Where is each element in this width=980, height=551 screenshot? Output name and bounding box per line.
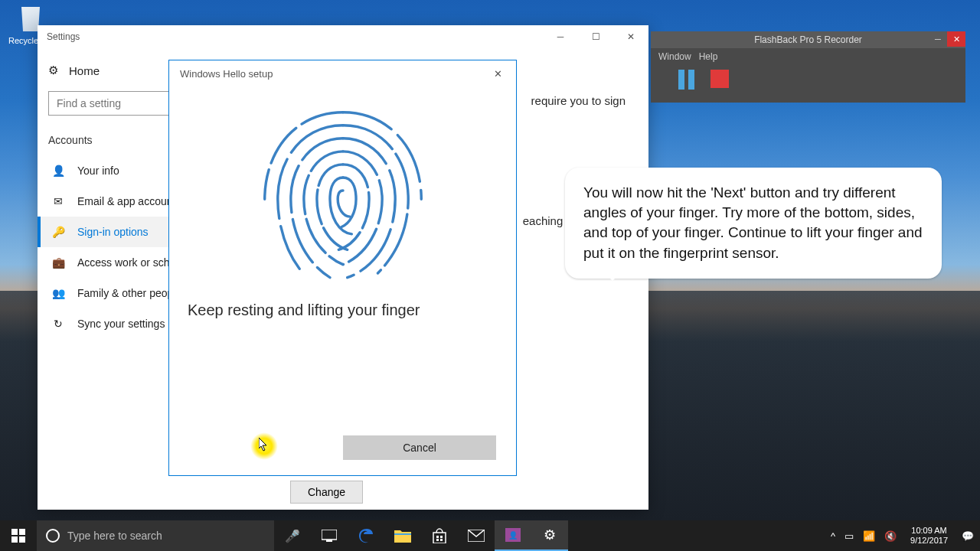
cursor-pointer-icon bbox=[259, 438, 268, 452]
stop-button[interactable] bbox=[710, 70, 729, 88]
window-title: Settings bbox=[47, 31, 80, 42]
fingerprint-icon bbox=[255, 95, 431, 286]
taskbar: Type here to search 🎤 👤 ⚙ ^ ▭ 📶 🔇 10:09 … bbox=[0, 520, 980, 551]
svg-rect-9 bbox=[436, 539, 439, 541]
cortana-icon bbox=[46, 529, 60, 543]
svg-rect-0 bbox=[11, 529, 18, 535]
recorder-close[interactable]: ✕ bbox=[947, 31, 965, 47]
explorer-icon[interactable] bbox=[384, 520, 421, 551]
recorder-minimize[interactable]: ─ bbox=[929, 31, 947, 47]
tutorial-callout: You will now hit the 'Next' button and t… bbox=[565, 168, 942, 279]
user-icon: 👤 bbox=[51, 165, 65, 177]
recorder-window: FlashBack Pro 5 Recorder ─ ✕ Window Help bbox=[651, 31, 965, 103]
nav-label: Sign-in options bbox=[77, 226, 149, 238]
dialog-title: Windows Hello setup bbox=[180, 68, 273, 80]
recorder-taskbar-icon[interactable]: 👤 bbox=[495, 520, 531, 551]
dialog-message: Keep resting and lifting your finger bbox=[169, 302, 516, 319]
mic-icon[interactable]: 🎤 bbox=[274, 520, 311, 551]
edge-icon[interactable] bbox=[348, 520, 384, 551]
svg-rect-4 bbox=[322, 530, 337, 540]
key-icon: 🔑 bbox=[51, 226, 65, 238]
svg-rect-8 bbox=[440, 536, 443, 538]
sync-icon: ↻ bbox=[51, 318, 65, 330]
battery-icon[interactable]: ▭ bbox=[844, 530, 854, 542]
hello-dialog: Windows Hello setup ✕ Keep resting and l… bbox=[168, 60, 517, 476]
minimize-button[interactable]: ─ bbox=[543, 25, 578, 48]
people-icon: 👥 bbox=[51, 287, 65, 299]
tray-chevron-icon[interactable]: ^ bbox=[831, 530, 835, 542]
change-button[interactable]: Change bbox=[290, 481, 363, 504]
svg-rect-1 bbox=[19, 529, 25, 535]
home-label: Home bbox=[69, 64, 100, 77]
cortana-search[interactable]: Type here to search bbox=[37, 520, 274, 551]
wifi-icon[interactable]: 📶 bbox=[863, 530, 875, 542]
settings-titlebar: Settings ─ ☐ ✕ bbox=[38, 25, 648, 48]
nav-label: Family & other people bbox=[77, 287, 181, 299]
svg-rect-6 bbox=[394, 533, 411, 535]
gear-icon: ⚙ bbox=[48, 64, 58, 77]
svg-rect-2 bbox=[11, 536, 18, 543]
action-center-icon[interactable]: 💬 bbox=[962, 530, 974, 542]
recorder-menu-window[interactable]: Window bbox=[658, 51, 691, 62]
clock[interactable]: 10:09 AM 9/12/2017 bbox=[906, 526, 952, 546]
nav-label: Sync your settings bbox=[77, 318, 165, 330]
briefcase-icon: 💼 bbox=[51, 256, 65, 269]
callout-text: You will now hit the 'Next' button and t… bbox=[583, 184, 923, 261]
start-button[interactable] bbox=[0, 520, 37, 551]
svg-rect-10 bbox=[440, 539, 443, 541]
recorder-menu-help[interactable]: Help bbox=[699, 51, 718, 62]
volume-icon[interactable]: 🔇 bbox=[884, 530, 897, 542]
nav-label: Email & app accounts bbox=[77, 195, 181, 207]
maximize-button[interactable]: ☐ bbox=[578, 25, 613, 48]
mail-icon[interactable] bbox=[458, 520, 495, 551]
svg-rect-7 bbox=[436, 536, 439, 538]
mail-icon: ✉ bbox=[51, 195, 65, 207]
search-placeholder: Type here to search bbox=[67, 530, 162, 542]
recorder-title: FlashBack Pro 5 Recorder bbox=[754, 34, 862, 45]
pause-button[interactable] bbox=[678, 70, 697, 90]
settings-taskbar-icon[interactable]: ⚙ bbox=[531, 520, 568, 551]
time-label: 10:09 AM bbox=[910, 526, 948, 536]
date-label: 9/12/2017 bbox=[910, 536, 948, 546]
cancel-button[interactable]: Cancel bbox=[343, 435, 496, 460]
close-icon[interactable]: ✕ bbox=[490, 68, 505, 80]
nav-label: Your info bbox=[77, 165, 119, 177]
task-view-icon[interactable] bbox=[311, 520, 348, 551]
close-button[interactable]: ✕ bbox=[613, 25, 648, 48]
svg-rect-3 bbox=[19, 536, 25, 543]
svg-rect-5 bbox=[326, 540, 332, 542]
store-icon[interactable] bbox=[421, 520, 458, 551]
